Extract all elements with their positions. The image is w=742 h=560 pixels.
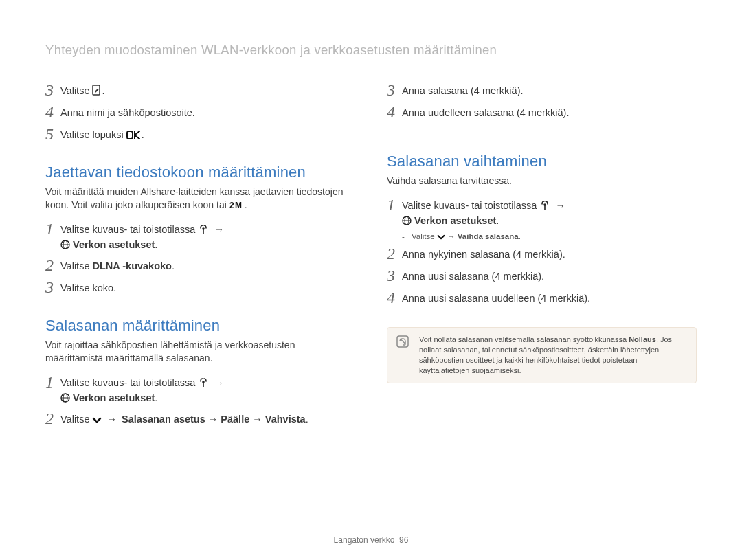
svg-rect-5 bbox=[203, 229, 205, 234]
left-column: 3 Valitse . 4 Anna nimi ja sähköpostioso… bbox=[45, 81, 355, 448]
step-number: 3 bbox=[387, 267, 402, 284]
ok-icon bbox=[126, 131, 142, 139]
step-3: 3 Valitse koko. bbox=[45, 278, 355, 296]
step-5: 5 Valitse lopuksi . bbox=[45, 125, 355, 143]
text: Anna nykyinen salasana (4 merkkiä). bbox=[402, 245, 565, 262]
step-list-sec2: 1 Valitse kuvaus- tai toistotilassa → Ve… bbox=[45, 373, 355, 427]
footer-text: Langaton verkko bbox=[334, 535, 395, 545]
text: Anna uudelleen salasana (4 merkkiä). bbox=[402, 103, 569, 120]
text: . bbox=[172, 260, 175, 271]
step-number: 4 bbox=[45, 103, 60, 121]
page-header: Yhteyden muodostaminen WLAN-verkkoon ja … bbox=[45, 43, 697, 58]
note-text: Voit nollata salasanan valitsemalla sala… bbox=[419, 335, 686, 376]
wifi-icon bbox=[539, 201, 550, 210]
section-title-file-size: Jaettavan tiedostokoon määrittäminen bbox=[45, 164, 355, 181]
step-number: 2 bbox=[45, 410, 60, 427]
svg-rect-15 bbox=[545, 205, 546, 210]
svg-rect-10 bbox=[203, 383, 205, 387]
section-title-set-password: Salasanan määrittäminen bbox=[45, 317, 355, 335]
bold-label: Verkon asetukset bbox=[73, 239, 155, 250]
step-number: 3 bbox=[387, 81, 402, 99]
step-list-initial-right: 3 Anna salasana (4 merkkiä). 4 Anna uude… bbox=[387, 81, 697, 121]
2m-icon: 2M bbox=[229, 201, 245, 210]
text: Valitse bbox=[60, 260, 92, 271]
step-list-right-sec1: 1 Valitse kuvaus- tai toistotilassa → Ve… bbox=[387, 196, 697, 306]
section-lead: Voit määrittää muiden Allshare-laitteide… bbox=[45, 186, 355, 212]
text: Valitse bbox=[60, 414, 92, 425]
step-number: 2 bbox=[45, 256, 60, 274]
bold-label: Verkon asetukset bbox=[73, 392, 155, 403]
text: . bbox=[155, 239, 157, 250]
globe-icon bbox=[60, 240, 70, 249]
arrow-text: → bbox=[104, 414, 120, 425]
text: Valitse kuvaus- tai toistotilassa bbox=[60, 377, 198, 388]
dash: - bbox=[402, 232, 407, 240]
arrow-text: → bbox=[445, 232, 458, 240]
text: . bbox=[519, 232, 521, 240]
svg-rect-1 bbox=[127, 131, 133, 139]
step-number: 4 bbox=[387, 103, 402, 121]
bold-chain: Salasanan asetus → Päälle → Vahvista bbox=[122, 414, 306, 425]
step-number: 3 bbox=[45, 278, 60, 296]
text: . bbox=[142, 129, 144, 140]
note-box: Voit nollata salasanan valitsemalla sala… bbox=[387, 327, 697, 383]
step-2: 2 Valitse → Salasanan asetus → Päälle → … bbox=[45, 410, 355, 427]
note-icon bbox=[396, 335, 409, 376]
step-3: 3 Valitse . bbox=[45, 81, 355, 99]
section-lead: Voit rajoittaa sähköpostien lähettämistä… bbox=[45, 339, 355, 365]
text: . bbox=[306, 414, 308, 425]
step-1: 1 Valitse kuvaus- tai toistotilassa → Ve… bbox=[45, 373, 355, 405]
step-number: 1 bbox=[387, 196, 402, 214]
svg-text:2: 2 bbox=[229, 201, 234, 210]
svg-text:M: M bbox=[235, 201, 242, 210]
sub-note: - Valitse → Vaihda salasana. bbox=[402, 232, 697, 240]
text: Anna salasana (4 merkkiä). bbox=[402, 81, 524, 98]
text: Valitse bbox=[412, 232, 437, 240]
arrow-text: → bbox=[211, 224, 224, 235]
text: . bbox=[155, 392, 157, 403]
step-number: 1 bbox=[45, 373, 60, 391]
text: Valitse bbox=[60, 85, 92, 96]
page-number: 96 bbox=[399, 535, 408, 545]
text: Valitse kuvaus- tai toistotilassa bbox=[60, 224, 198, 235]
step-3: 3 Anna salasana (4 merkkiä). bbox=[387, 81, 697, 99]
bold-label: Vaihda salasana bbox=[458, 232, 519, 240]
globe-icon bbox=[402, 216, 412, 225]
step-4: 4 Anna uusi salasana uudelleen (4 merkki… bbox=[387, 289, 697, 306]
page-footer: Langaton verkko 96 bbox=[0, 535, 742, 545]
edit-icon bbox=[92, 85, 102, 96]
section-lead: Vaihda salasana tarvittaessa. bbox=[387, 175, 697, 188]
text: Anna uusi salasana (4 merkkiä). bbox=[402, 267, 544, 284]
text: Valitse kuvaus- tai toistotilassa bbox=[402, 200, 539, 211]
wifi-icon bbox=[198, 225, 209, 234]
step-2: 2 Valitse DLNA -kuvakoko. bbox=[45, 256, 355, 274]
step-1: 1 Valitse kuvaus- tai toistotilassa → Ve… bbox=[387, 196, 697, 228]
step-1: 1 Valitse kuvaus- tai toistotilassa → Ve… bbox=[45, 220, 355, 252]
step-number: 5 bbox=[45, 125, 60, 143]
chevron-down-icon bbox=[92, 417, 102, 424]
text: Anna nimi ja sähköpostiosoite. bbox=[60, 103, 195, 120]
step-number: 4 bbox=[387, 289, 402, 306]
globe-icon bbox=[60, 393, 70, 403]
wifi-icon bbox=[198, 378, 209, 388]
text: Valitse lopuksi bbox=[60, 129, 126, 140]
arrow-text: → bbox=[552, 200, 565, 211]
bold-label: DLNA -kuvakoko bbox=[92, 260, 171, 271]
chevron-down-icon bbox=[437, 234, 445, 240]
step-number: 2 bbox=[387, 245, 402, 262]
step-4: 4 Anna nimi ja sähköpostiosoite. bbox=[45, 103, 355, 121]
step-number: 1 bbox=[45, 220, 60, 238]
step-4: 4 Anna uudelleen salasana (4 merkkiä). bbox=[387, 103, 697, 121]
bold-label: Verkon asetukset bbox=[414, 215, 496, 226]
step-3: 3 Anna uusi salasana (4 merkkiä). bbox=[387, 267, 697, 284]
step-2: 2 Anna nykyinen salasana (4 merkkiä). bbox=[387, 245, 697, 262]
text: Anna uusi salasana uudelleen (4 merkkiä)… bbox=[402, 289, 590, 306]
step-list-sec1: 1 Valitse kuvaus- tai toistotilassa → Ve… bbox=[45, 220, 355, 296]
section-title-change-password: Salasanan vaihtaminen bbox=[387, 153, 697, 170]
text: . bbox=[496, 215, 499, 226]
step-list-initial-left: 3 Valitse . 4 Anna nimi ja sähköpostioso… bbox=[45, 81, 355, 143]
right-column: 3 Anna salasana (4 merkkiä). 4 Anna uude… bbox=[387, 81, 697, 448]
text: . bbox=[102, 85, 104, 96]
step-number: 3 bbox=[45, 81, 60, 99]
text: Valitse koko. bbox=[60, 278, 116, 295]
